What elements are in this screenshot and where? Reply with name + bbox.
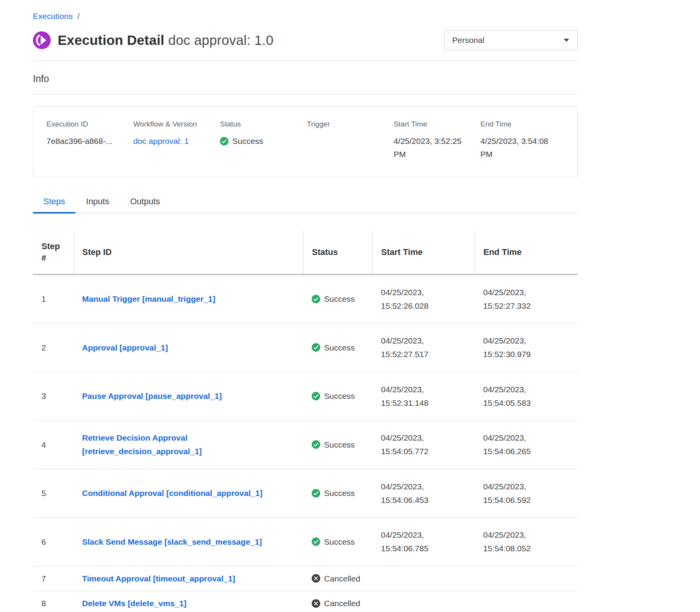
- step-number: 5: [33, 469, 74, 518]
- step-end-time: 04/25/2023, 15:54:06.592: [475, 469, 578, 518]
- step-end-time: 04/25/2023, 15:52:30.979: [475, 323, 578, 372]
- step-number: 6: [33, 518, 74, 566]
- success-icon: [220, 137, 228, 145]
- page-subtitle: doc approval: 1.0: [168, 32, 274, 48]
- step-number: 3: [33, 372, 74, 421]
- chevron-down-icon: [563, 38, 570, 42]
- step-id-link[interactable]: Delete VMs [delete_vms_1]: [82, 599, 187, 608]
- start-time-value: 4/25/2023, 3:52:25 PM: [394, 135, 477, 161]
- start-time-label: Start Time: [394, 120, 477, 128]
- column-header-step-id: Step ID: [74, 231, 303, 274]
- steps-table-body: 1 Manual Trigger [manual_trigger_1] Succ…: [33, 274, 578, 612]
- status-label: Success: [324, 389, 355, 403]
- column-header-end-time: End Time: [475, 231, 578, 274]
- step-start-time: 04/25/2023, 15:52:31.148: [372, 372, 475, 421]
- table-row: 5 Conditional Approval [conditional_appr…: [33, 469, 578, 518]
- table-row: 8 Delete VMs [delete_vms_1] Cancelled: [33, 591, 578, 612]
- success-icon: [312, 537, 320, 546]
- breadcrumb-executions-link[interactable]: Executions: [33, 12, 73, 21]
- step-start-time: 04/25/2023, 15:54:05.772: [372, 421, 475, 469]
- step-start-time: 04/25/2023, 15:52:26.028: [372, 274, 475, 323]
- step-start-time: [372, 566, 475, 591]
- tab-steps[interactable]: Steps: [33, 197, 75, 213]
- info-card: Execution ID 7e8ac396-a868-... Workflow …: [33, 106, 578, 177]
- workflow-brand-icon: [33, 31, 51, 49]
- info-divider: [33, 94, 578, 95]
- table-row: 1 Manual Trigger [manual_trigger_1] Succ…: [33, 274, 578, 323]
- column-header-step-num: Step #: [33, 231, 74, 274]
- execution-id-value: 7e8ac396-a868-...: [46, 135, 130, 148]
- scope-dropdown[interactable]: Personal: [444, 30, 578, 50]
- table-row: 4 Retrieve Decision Approval [retrieve_d…: [33, 421, 578, 469]
- column-header-start-time: Start Time: [372, 231, 475, 274]
- table-row: 6 Slack Send Message [slack_send_message…: [33, 518, 578, 566]
- breadcrumb: Executions/: [33, 12, 578, 21]
- step-number: 7: [33, 566, 74, 591]
- info-field-trigger: Trigger: [307, 120, 391, 161]
- tab-inputs[interactable]: Inputs: [75, 197, 120, 213]
- title-row: Execution Detaildoc approval: 1.0 Person…: [33, 30, 578, 50]
- workflow-label: Workflow & Version: [133, 120, 217, 128]
- status-label: Success: [324, 486, 355, 500]
- status-label: Status: [220, 120, 304, 128]
- step-end-time: 04/25/2023, 15:54:06.265: [475, 421, 578, 469]
- success-icon: [312, 440, 320, 449]
- info-field-execution-id: Execution ID 7e8ac396-a868-...: [46, 120, 130, 161]
- workflow-version-link[interactable]: doc approval: 1: [133, 137, 189, 145]
- info-heading: Info: [33, 73, 578, 84]
- end-time-value: 4/25/2023, 3:54:08 PM: [480, 135, 564, 161]
- step-number: 1: [33, 274, 74, 323]
- table-row: 2 Approval [approval_1] Success 04/25/20…: [33, 323, 578, 372]
- table-row: 7 Timeout Approval [timeout_approval_1] …: [33, 566, 578, 591]
- trigger-label: Trigger: [307, 120, 391, 128]
- step-start-time: 04/25/2023, 15:52:27.517: [372, 323, 475, 372]
- steps-table: Step # Step ID Status Start Time End Tim…: [33, 231, 578, 612]
- tab-bar: Steps Inputs Outputs: [33, 197, 578, 214]
- step-number: 4: [33, 421, 74, 469]
- status-label: Cancelled: [324, 572, 360, 585]
- execution-detail-page: Executions/ Execution Detaildoc approval…: [33, 0, 578, 612]
- success-icon: [312, 343, 320, 352]
- status-value: Success: [232, 135, 263, 148]
- step-id-link[interactable]: Pause Approval [pause_approval_1]: [82, 391, 222, 400]
- step-start-time: 04/25/2023, 15:54:06.785: [372, 518, 475, 566]
- success-icon: [312, 392, 320, 400]
- success-icon: [312, 489, 320, 497]
- step-number: 8: [33, 591, 74, 612]
- step-id-link[interactable]: Retrieve Decision Approval [retrieve_dec…: [82, 433, 202, 456]
- step-end-time: [475, 591, 578, 612]
- info-field-end-time: End Time 4/25/2023, 3:54:08 PM: [480, 120, 564, 161]
- end-time-label: End Time: [480, 120, 564, 128]
- step-id-link[interactable]: Manual Trigger [manual_trigger_1]: [82, 294, 215, 303]
- header-divider: [33, 60, 578, 61]
- info-field-status: Status Success: [220, 120, 304, 161]
- step-id-link[interactable]: Timeout Approval [timeout_approval_1]: [82, 574, 235, 583]
- scope-dropdown-value: Personal: [452, 36, 484, 45]
- tab-outputs[interactable]: Outputs: [120, 197, 170, 213]
- step-number: 2: [33, 323, 74, 372]
- status-label: Cancelled: [324, 597, 360, 610]
- info-field-workflow: Workflow & Version doc approval: 1: [133, 120, 217, 161]
- step-end-time: 04/25/2023, 15:54:05.583: [475, 372, 578, 421]
- status-label: Success: [324, 438, 355, 451]
- page-title: Execution Detail: [58, 32, 165, 48]
- steps-table-header-row: Step # Step ID Status Start Time End Tim…: [33, 231, 578, 274]
- step-end-time: 04/25/2023, 15:54:08.052: [475, 518, 578, 566]
- step-end-time: 04/25/2023, 15:52:27.332: [475, 274, 578, 323]
- success-icon: [312, 295, 320, 303]
- column-header-status: Status: [303, 231, 372, 274]
- step-id-link[interactable]: Conditional Approval [conditional_approv…: [82, 489, 262, 497]
- status-label: Success: [324, 535, 355, 549]
- breadcrumb-separator: /: [77, 12, 80, 21]
- info-field-start-time: Start Time 4/25/2023, 3:52:25 PM: [394, 120, 477, 161]
- step-start-time: 04/25/2023, 15:54:06.453: [372, 469, 475, 518]
- status-label: Success: [324, 292, 355, 306]
- step-end-time: [475, 566, 578, 591]
- cancelled-icon: [312, 599, 320, 608]
- step-id-link[interactable]: Approval [approval_1]: [82, 343, 168, 352]
- table-row: 3 Pause Approval [pause_approval_1] Succ…: [33, 372, 578, 421]
- execution-id-label: Execution ID: [46, 120, 130, 128]
- status-label: Success: [324, 341, 355, 354]
- step-start-time: [372, 591, 475, 612]
- step-id-link[interactable]: Slack Send Message [slack_send_message_1…: [82, 537, 262, 546]
